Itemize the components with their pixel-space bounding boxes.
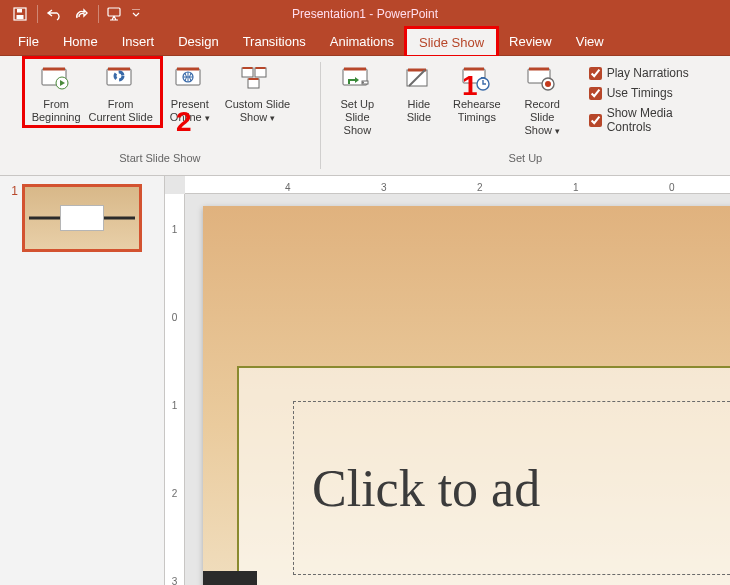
present-online-icon	[174, 64, 206, 96]
show-media-checkbox[interactable]: Show Media Controls	[589, 106, 716, 134]
set-up-slide-show-label: Set Up Slide Show	[331, 98, 384, 137]
annotation-box-start-buttons: From Beginning From Current Slide	[26, 60, 159, 124]
qat-more-button[interactable]	[130, 3, 142, 25]
set-up-checkboxes: Play Narrations Use Timings Show Media C…	[581, 60, 724, 140]
annotation-1: 1	[462, 70, 478, 102]
record-slide-show-button[interactable]: Record Slide Show ▾	[508, 60, 577, 138]
group-set-up: Set Up Slide Show Hide Slide Rehearse Ti…	[321, 56, 730, 175]
hide-slide-label: Hide Slide	[407, 98, 431, 124]
tab-transitions[interactable]: Transitions	[231, 28, 318, 55]
show-media-label: Show Media Controls	[607, 106, 716, 134]
presentation-icon	[107, 7, 125, 21]
play-narrations-checkbox[interactable]: Play Narrations	[589, 66, 716, 80]
undo-icon	[46, 7, 64, 21]
tab-home[interactable]: Home	[51, 28, 110, 55]
record-slide-show-icon	[526, 64, 558, 96]
svg-rect-2	[17, 9, 22, 13]
undo-button[interactable]	[43, 3, 67, 25]
svg-rect-10	[242, 68, 253, 77]
from-beginning-label: From Beginning	[32, 98, 81, 124]
tab-slide-show[interactable]: Slide Show	[406, 28, 497, 56]
tab-insert[interactable]: Insert	[110, 28, 167, 55]
set-up-slide-show-button[interactable]: Set Up Slide Show	[327, 60, 388, 137]
title-placeholder[interactable]: Click to ad	[293, 401, 730, 575]
ribbon: 1 2 From Beginning From Current Slide	[0, 56, 730, 176]
custom-slide-show-icon	[241, 64, 273, 96]
group-label-start: Start Slide Show	[119, 152, 200, 164]
hide-slide-button[interactable]: Hide Slide	[392, 60, 446, 124]
from-beginning-button[interactable]: From Beginning	[28, 60, 85, 124]
save-button[interactable]	[8, 3, 32, 25]
redo-button[interactable]	[69, 3, 93, 25]
slide-canvas[interactable]: Click to ad	[203, 206, 730, 585]
tab-review[interactable]: Review	[497, 28, 564, 55]
annotation-2: 2	[176, 106, 192, 138]
custom-slide-show-label: Custom Slide Show	[225, 98, 290, 123]
quick-access-toolbar	[8, 3, 142, 25]
ruler-vertical: 1 0 1 2 3	[165, 194, 185, 585]
placeholder-text: Click to ad	[312, 459, 540, 518]
svg-rect-12	[248, 79, 259, 88]
svg-rect-11	[255, 68, 266, 77]
tab-design[interactable]: Design	[166, 28, 230, 55]
title-bar: Presentation1 - PowerPoint	[0, 0, 730, 28]
group-start-slide-show: From Beginning From Current Slide Presen…	[0, 56, 320, 175]
svg-rect-1	[17, 15, 24, 19]
decoration-strip	[203, 571, 257, 585]
ruler-horizontal: 4 3 2 1 0	[185, 176, 730, 194]
slide-editor: 4 3 2 1 0 1 0 1 2 3 Click to ad	[165, 176, 730, 585]
from-current-slide-icon	[105, 64, 137, 96]
use-timings-label: Use Timings	[607, 86, 673, 100]
chevron-down-icon: ▾	[270, 113, 275, 123]
save-icon	[13, 7, 27, 21]
from-beginning-icon	[40, 64, 72, 96]
slide-thumbnail-1[interactable]	[22, 184, 142, 252]
slide-thumbnail-panel: 1	[0, 176, 165, 585]
slideshow-from-start-button[interactable]	[104, 3, 128, 25]
svg-rect-3	[108, 8, 120, 16]
play-narrations-label: Play Narrations	[607, 66, 689, 80]
custom-slide-show-button[interactable]: Custom Slide Show ▾	[221, 60, 294, 125]
chevron-down-icon: ▾	[205, 113, 210, 123]
chevron-down-icon: ▾	[555, 126, 560, 136]
tab-file[interactable]: File	[6, 28, 51, 55]
thumbnail-number: 1	[6, 184, 18, 198]
from-current-slide-label: From Current Slide	[89, 98, 153, 124]
group-label-set-up: Set Up	[509, 152, 543, 164]
set-up-slide-show-icon	[341, 64, 373, 96]
chevron-down-icon	[132, 9, 140, 19]
hide-slide-icon	[403, 64, 435, 96]
ribbon-tab-bar: File Home Insert Design Transitions Anim…	[0, 28, 730, 56]
tab-view[interactable]: View	[564, 28, 616, 55]
svg-point-15	[362, 82, 364, 84]
from-current-slide-button[interactable]: From Current Slide	[85, 60, 157, 124]
tab-animations[interactable]: Animations	[318, 28, 406, 55]
redo-icon	[74, 7, 88, 21]
svg-point-22	[545, 81, 551, 87]
svg-rect-19	[481, 77, 485, 79]
work-area: 1 4 3 2 1 0 1 0 1 2 3 Click to ad	[0, 176, 730, 585]
use-timings-checkbox[interactable]: Use Timings	[589, 86, 716, 100]
